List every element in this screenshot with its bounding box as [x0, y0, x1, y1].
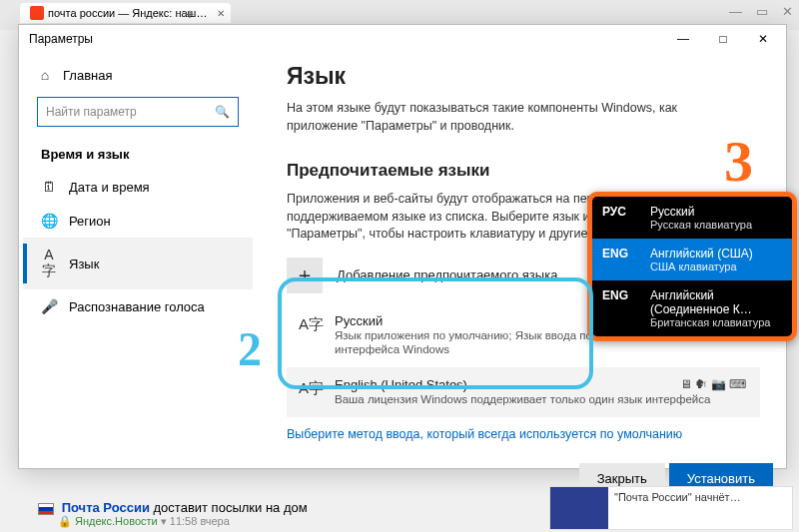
language-icon: A字 — [41, 247, 57, 280]
search-placeholder: Найти параметр — [46, 105, 137, 119]
lang-option-sub: Русская клавиатура — [650, 219, 782, 231]
lang-option-english-us[interactable]: ENG Английский (США) США клавиатура — [592, 239, 792, 280]
browser-tab[interactable]: почта россии — Яндекс: наш… ✕ — [20, 3, 231, 23]
lang-code: ENG — [602, 288, 638, 302]
add-language-label: Добавление предпочитаемого языка — [337, 267, 557, 282]
sidebar-item-speech[interactable]: 🎤 Распознавание голоса — [23, 289, 253, 323]
lang-option-sub: Британская клавиатура — [650, 316, 782, 328]
browser-window-controls: — ▭ ✕ — [729, 4, 793, 19]
result-source: Яндекс.Новости — [75, 515, 158, 527]
search-result[interactable]: Почта России доставит посылки на дом 🔒 Я… — [38, 500, 308, 528]
flag-ru-icon — [38, 503, 54, 515]
lang-option-english-uk[interactable]: ENG Английский (Соединенное К… Британска… — [592, 280, 792, 336]
lock-icon: 🔒 — [58, 515, 72, 527]
sidebar-item-label: Распознавание голоса — [69, 299, 205, 314]
language-glyph-icon: A字 — [299, 313, 325, 339]
lang-option-name: Русский — [650, 205, 782, 219]
sidebar-item-label: Язык — [69, 257, 99, 271]
section-heading: Время и язык — [23, 141, 253, 170]
lang-option-sub: США клавиатура — [650, 261, 782, 272]
sidebar-item-language[interactable]: A字 Язык — [23, 238, 253, 289]
home-button[interactable]: ⌂ Главная — [23, 61, 253, 89]
sidebar-item-label: Дата и время — [69, 180, 150, 195]
window-title: Параметры — [29, 32, 93, 46]
search-input[interactable]: Найти параметр 🔍 — [37, 97, 239, 127]
lang-option-name: Английский (США) — [650, 247, 782, 261]
result-rest: доставит посылки на дом — [154, 500, 308, 515]
globe-icon: 🌐 — [41, 213, 57, 229]
close-button[interactable]: ✕ — [746, 27, 780, 51]
annotation-3: 3 — [724, 128, 753, 195]
add-language-button[interactable]: ＋ — [287, 258, 323, 293]
annotation-2: 2 — [238, 321, 262, 376]
language-switcher-popup: РУС Русский Русская клавиатура ENG Англи… — [587, 192, 797, 341]
sidebar-item-label: Регион — [69, 214, 111, 229]
result-time: 11:58 вчера — [170, 515, 230, 527]
default-input-method-link[interactable]: Выберите метод ввода, который всегда исп… — [287, 427, 760, 441]
language-feature-icons: 🖥 🗣 📷 ⌨ — [680, 377, 746, 391]
microphone-icon: 🎤 — [41, 298, 57, 314]
language-card-english[interactable]: A字 English (United States) Ваша лицензия… — [287, 367, 760, 417]
calendar-icon: 🗓 — [41, 179, 57, 195]
titlebar: Параметры — □ ✕ — [19, 25, 786, 53]
search-icon: 🔍 — [215, 105, 230, 119]
tab-title: почта россии — Яндекс: наш… — [48, 7, 207, 19]
yandex-icon — [30, 6, 44, 20]
close-icon[interactable]: ✕ — [782, 4, 793, 19]
news-snippet[interactable]: "Почта России" начнёт… — [549, 486, 793, 530]
sidebar-item-region[interactable]: 🌐 Регион — [23, 204, 253, 238]
sidebar: ⌂ Главная Найти параметр 🔍 Время и язык … — [19, 53, 257, 468]
page-title: Язык — [287, 63, 760, 90]
result-title: Почта России — [62, 500, 150, 515]
lang-code: РУС — [602, 205, 638, 219]
maximize-button[interactable]: □ — [706, 27, 740, 51]
section-preferred-languages: Предпочитаемые языки — [287, 161, 760, 181]
lang-option-name: Английский (Соединенное К… — [650, 288, 782, 316]
language-glyph-icon: A字 — [299, 377, 325, 403]
language-subtext: Ваша лицензия Windows поддерживает тольк… — [335, 392, 748, 407]
home-icon: ⌂ — [37, 67, 53, 83]
home-label: Главная — [63, 68, 112, 83]
snippet-thumbnail — [550, 487, 608, 529]
page-description: На этом языке будут показываться такие к… — [287, 100, 706, 135]
minimize-icon[interactable]: — — [729, 4, 742, 19]
close-tab-icon[interactable]: ✕ — [217, 8, 225, 19]
minimize-button[interactable]: — — [666, 27, 700, 51]
new-tab-button[interactable]: + — [186, 6, 194, 22]
maximize-icon[interactable]: ▭ — [756, 4, 768, 19]
lang-option-russian[interactable]: РУС Русский Русская клавиатура — [592, 197, 792, 239]
sidebar-item-datetime[interactable]: 🗓 Дата и время — [23, 170, 253, 204]
snippet-text: "Почта России" начнёт… — [608, 487, 747, 529]
lang-code: ENG — [602, 247, 638, 261]
